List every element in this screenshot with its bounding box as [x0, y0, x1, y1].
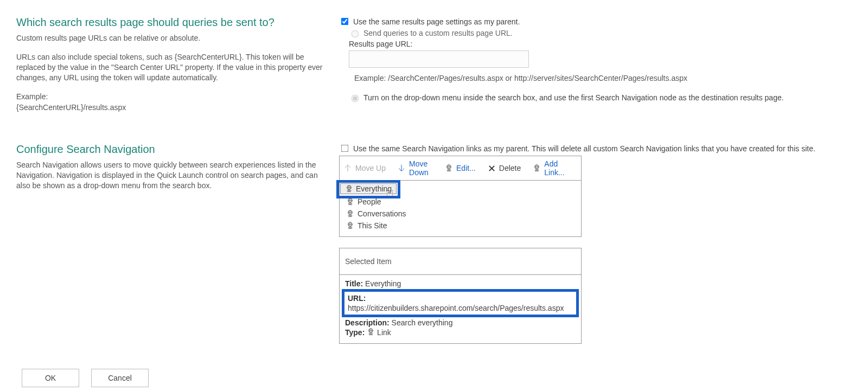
label-inherit-nav: Use the same Search Navigation links as … [353, 144, 815, 153]
move-down-button[interactable]: 🡣 Move Down [398, 159, 433, 177]
selected-item-header: Selected Item [340, 248, 581, 275]
link-icon [346, 198, 354, 206]
highlight-url: URL: https://citizenbuilders.sharepoint.… [342, 289, 579, 317]
move-up-button[interactable]: 🡡 Move Up [344, 164, 386, 172]
checkbox-same-parent-results[interactable] [341, 18, 349, 25]
cursor-icon: ⬚ [386, 188, 393, 197]
edit-button[interactable]: Edit... [445, 164, 476, 172]
section1-heading: Which search results page should queries… [16, 16, 323, 29]
results-url-label: Results page URL: [349, 40, 852, 48]
checkbox-inherit-nav[interactable] [341, 145, 349, 152]
selected-url-value: https://citizenbuilders.sharepoint.com/s… [348, 304, 573, 312]
cancel-button[interactable]: Cancel [91, 369, 149, 387]
section2-heading: Configure Search Navigation [16, 143, 323, 156]
link-icon [345, 185, 353, 193]
link-icon [346, 210, 354, 218]
link-icon [533, 164, 541, 172]
section2-para: Search Navigation allows users to move q… [16, 160, 323, 191]
link-icon [367, 328, 375, 336]
ok-button[interactable]: OK [22, 369, 79, 387]
selected-title-row: Title: Everything [345, 279, 576, 288]
label-custom-results-url: Send queries to a custom results page UR… [363, 29, 513, 37]
nav-item-this-site[interactable]: This Site [344, 220, 577, 231]
radio-dropdown-search[interactable] [352, 95, 359, 102]
nav-list: Everything ⬚ People Conversations This S… [340, 181, 581, 236]
section1-example-label: Example: [16, 92, 323, 102]
nav-item-conversations[interactable]: Conversations [344, 208, 577, 219]
section1-para2: URLs can also include special tokens, su… [16, 52, 323, 83]
nav-item-people[interactable]: People [344, 196, 577, 207]
nav-toolbar: 🡡 Move Up 🡣 Move Down Edit... Delete [340, 156, 581, 181]
nav-panel: 🡡 Move Up 🡣 Move Down Edit... Delete [339, 156, 582, 237]
delete-button[interactable]: Delete [488, 164, 521, 172]
link-icon [445, 164, 453, 172]
arrow-down-icon: 🡣 [398, 164, 406, 172]
label-same-parent-results: Use the same results page settings as my… [353, 17, 520, 26]
section1-para1: Custom results page URLs can be relative… [16, 33, 323, 43]
arrow-up-icon: 🡡 [344, 164, 352, 172]
selected-type-row: Type: Link [345, 328, 576, 337]
close-icon [488, 164, 496, 172]
add-link-button[interactable]: Add Link... [533, 159, 566, 177]
section1-example-value: {SearchCenterURL}/results.aspx [16, 102, 323, 113]
results-url-example: Example: /SearchCenter/Pages/results.asp… [354, 74, 852, 82]
selected-item-panel: Selected Item Title: Everything URL: htt… [339, 248, 582, 344]
label-dropdown-search: Turn on the drop-down menu inside the se… [363, 93, 784, 102]
selected-description-row: Description: Search everything [345, 318, 576, 327]
selected-url-row: URL: [348, 294, 573, 303]
link-icon [346, 222, 354, 230]
radio-custom-results-url[interactable] [352, 30, 359, 38]
results-url-input[interactable] [349, 50, 529, 68]
